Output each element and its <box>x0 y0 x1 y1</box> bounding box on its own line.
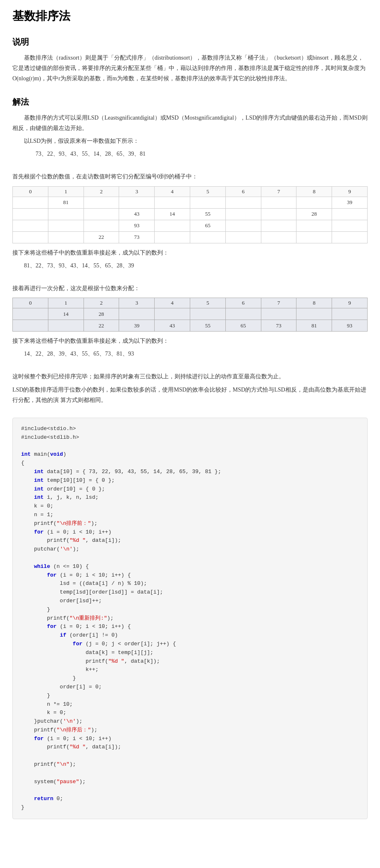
notes-section: 这时候整个数列已经排序完毕；如果排序的对象有三位数以上，则持续进行以上的动作直至… <box>12 371 368 405</box>
dist2-result-intro: 接下来将这些桶子中的数值重新串接起来，成为以下的数列： <box>12 336 368 346</box>
code-str2: "%d " <box>69 537 86 543</box>
dist1-result-intro: 接下来将这些桶子中的数值重新串接起来，成为以下的数列： <box>12 248 368 258</box>
code-str9: "\n" <box>57 761 69 767</box>
code-for3: for <box>47 623 56 630</box>
th2-2: 2 <box>84 298 119 308</box>
code-str10: "pause" <box>57 779 79 785</box>
bucket-table2: 0 1 2 3 4 5 6 7 8 9 14 28 <box>12 298 368 332</box>
algorithm-p3: 73、22、93、43、55、14、28、65、39、81 <box>36 149 368 159</box>
distribution1-section: 首先根据个位数的数值，在走访数值时将它们分配至编号0到9的桶子中： 0 1 2 … <box>12 171 368 271</box>
th-0: 0 <box>13 186 48 197</box>
table-row: 81 39 <box>13 197 368 208</box>
th-6: 6 <box>225 186 261 197</box>
table-row: 43 14 55 28 <box>13 208 368 220</box>
code-return: return <box>34 796 53 802</box>
th2-4: 4 <box>155 298 190 308</box>
code-include1: #include<stdio.h> <box>21 426 76 432</box>
bucket-table2-wrap: 0 1 2 3 4 5 6 7 8 9 14 28 <box>12 298 368 332</box>
th2-8: 8 <box>296 298 332 308</box>
note1: 这时候整个数列已经排序完毕；如果排序的对象有三位数以上，则持续进行以上的动作直至… <box>12 371 368 382</box>
th-5: 5 <box>190 186 225 197</box>
code-str5: "%d " <box>108 658 124 664</box>
table-row: 22 73 <box>13 231 368 243</box>
th-3: 3 <box>119 186 155 197</box>
description-text: 基数排序法（radixsort）则是属于「分配式排序」（distribution… <box>12 53 368 84</box>
th-2: 2 <box>84 186 119 197</box>
distribution2-section: 接着再进行一次分配，这次是根据十位数来分配： 0 1 2 3 4 5 6 7 8… <box>12 283 368 359</box>
code-int: int <box>21 451 31 457</box>
code-str1: "\n排序前：" <box>57 520 91 527</box>
th-7: 7 <box>261 186 296 197</box>
code-str7: "\n排序后：" <box>57 727 91 733</box>
th-8: 8 <box>296 186 332 197</box>
bucket-table2-header: 0 1 2 3 4 5 6 7 8 9 <box>13 298 368 308</box>
algorithm-p2: 以LSD为例，假设原来有一串数值如下所示： <box>24 136 368 146</box>
bucket-table1: 0 1 2 3 4 5 6 7 8 9 81 <box>12 186 368 243</box>
code-str6: '\n' <box>63 718 76 724</box>
page-title: 基数排序法 <box>12 8 368 24</box>
code-for2: for <box>47 572 56 578</box>
dist1-intro: 首先根据个位数的数值，在走访数值时将它们分配至编号0到9的桶子中： <box>12 171 368 182</box>
dist2-intro: 接着再进行一次分配，这次是根据十位数来分配： <box>12 283 368 293</box>
note2: LSD的基数排序适用于位数小的数列，如果位数较多的话，使用MSD的效率会比较好，… <box>12 385 368 405</box>
th2-3: 3 <box>119 298 155 308</box>
code-for1: for <box>34 529 43 535</box>
algorithm-section: 解法 基数排序的方式可以采用LSD（Leastsgnificantdigital… <box>12 96 368 159</box>
code-str3: '\n' <box>60 546 73 552</box>
bucket-table1-header: 0 1 2 3 4 5 6 7 8 9 <box>13 186 368 197</box>
code-str8: "%d " <box>69 744 86 750</box>
dist1-result: 81、22、73、93、43、14、55、65、28、39 <box>24 260 368 271</box>
table-row: 93 65 <box>13 220 368 231</box>
code-kw4: int <box>34 494 43 500</box>
code-if: if <box>60 632 67 638</box>
code-for5: for <box>34 736 43 742</box>
algorithm-p1: 基数排序的方式可以采用LSD（Leastsgnificantdigital）或M… <box>12 113 368 133</box>
description-section: 说明 基数排序法（radixsort）则是属于「分配式排序」（distribut… <box>12 36 368 84</box>
code-for4: for <box>73 641 82 647</box>
th2-9: 9 <box>332 298 368 308</box>
code-void: void <box>50 451 63 457</box>
th2-1: 1 <box>48 298 84 308</box>
code-block: #include<stdio.h> #include<stdlib.h> int… <box>12 418 368 819</box>
algorithm-heading: 解法 <box>12 96 368 108</box>
code-kw1: int <box>34 469 43 475</box>
code-include2: #include<stdlib.h> <box>21 434 79 440</box>
table-row: 14 28 <box>13 308 368 320</box>
code-str4: "\n重新排列:" <box>69 615 107 621</box>
th-1: 1 <box>48 186 84 197</box>
th-9: 9 <box>332 186 368 197</box>
th2-6: 6 <box>225 298 261 308</box>
dist2-result: 14、22、28、39、43、55、65、73、81、93 <box>24 349 368 359</box>
bucket-table1-wrap: 0 1 2 3 4 5 6 7 8 9 81 <box>12 186 368 243</box>
th2-5: 5 <box>190 298 225 308</box>
description-heading: 说明 <box>12 36 368 48</box>
th2-7: 7 <box>261 298 296 308</box>
code-while: while <box>34 563 50 570</box>
code-kw3: int <box>34 486 43 492</box>
th2-0: 0 <box>13 298 48 308</box>
table-row: 22 39 43 55 65 73 81 93 <box>13 320 368 332</box>
th-4: 4 <box>155 186 190 197</box>
code-kw2: int <box>34 477 43 483</box>
